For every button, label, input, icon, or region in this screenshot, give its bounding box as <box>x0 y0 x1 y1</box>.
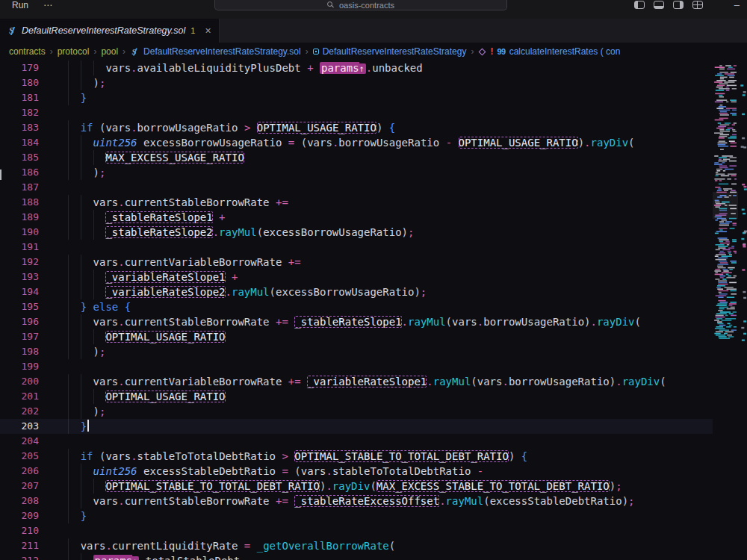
code-line[interactable]: 207OPTIMAL_STABLE_TO_TOTAL_DEBT_RATIO).r… <box>0 479 713 494</box>
code-line-text[interactable]: if (vars.stableToTotalDebtRatio > OPTIMA… <box>48 449 713 464</box>
code-line[interactable]: 200vars.currentVariableBorrowRate += _va… <box>0 374 713 389</box>
code-line-text[interactable]: vars.currentVariableBorrowRate += _varia… <box>48 374 713 389</box>
breadcrumb-item-method[interactable]: calculateInterestRates ( con <box>509 46 621 57</box>
line-number[interactable]: 183 <box>0 120 48 135</box>
code-line[interactable]: 192vars.currentVariableBorrowRate += <box>0 255 713 270</box>
code-line[interactable]: 195} else { <box>0 299 713 314</box>
line-number[interactable]: 199 <box>0 359 48 374</box>
code-line[interactable]: 197OPTIMAL_USAGE_RATIO <box>0 329 713 344</box>
code-line[interactable]: 209} <box>0 508 713 523</box>
code-line-text[interactable]: _variableRateSlope2.rayMul(excessBorrowU… <box>48 284 713 299</box>
toggle-sidebar-icon[interactable] <box>634 1 645 9</box>
close-tab-icon[interactable]: × <box>205 25 211 36</box>
code-line-text[interactable]: vars.currentStableBorrowRate += _stableR… <box>48 494 713 508</box>
line-number[interactable]: 202 <box>0 404 48 419</box>
line-number[interactable]: 209 <box>0 508 48 523</box>
line-number[interactable]: 208 <box>0 494 48 508</box>
code-line[interactable]: 198); <box>0 344 713 359</box>
code-line[interactable]: 199 <box>0 359 713 374</box>
code-line-text[interactable]: OPTIMAL_STABLE_TO_TOTAL_DEBT_RATIO).rayD… <box>48 479 713 494</box>
breadcrumb-item-protocol[interactable]: protocol <box>58 46 90 57</box>
code-line-text[interactable]: ); <box>48 404 713 419</box>
line-number[interactable]: 188 <box>0 195 48 210</box>
line-number[interactable]: 210 <box>0 523 48 538</box>
code-line[interactable]: 205if (vars.stableToTotalDebtRatio > OPT… <box>0 449 713 464</box>
line-number[interactable]: 179 <box>0 60 48 75</box>
line-number[interactable]: 194 <box>0 284 48 299</box>
code-line[interactable]: 194_variableRateSlope2.rayMul(excessBorr… <box>0 284 713 299</box>
code-line-text[interactable]: _stableRateSlope2.rayMul(excessBorrowUsa… <box>48 225 713 240</box>
code-line-text[interactable]: if (vars.borrowUsageRatio > OPTIMAL_USAG… <box>48 120 713 135</box>
code-line-text[interactable]: OPTIMAL_USAGE_RATIO <box>48 389 713 404</box>
code-line-text[interactable] <box>48 523 713 538</box>
toggle-panel-icon[interactable] <box>654 1 664 9</box>
code-line[interactable]: 201OPTIMAL_USAGE_RATIO <box>0 389 713 404</box>
code-line[interactable]: 188vars.currentStableBorrowRate += <box>0 195 713 210</box>
line-number[interactable]: 182 <box>0 105 48 120</box>
line-number[interactable]: 190 <box>0 225 48 240</box>
code-line[interactable]: 187 <box>0 180 713 195</box>
line-number[interactable]: 206 <box>0 464 48 479</box>
code-line-text[interactable]: ); <box>48 75 713 90</box>
code-line-text[interactable]: } <box>48 508 713 523</box>
code-line-text[interactable]: ); <box>48 165 713 180</box>
code-line[interactable]: 203} <box>0 419 713 434</box>
code-line-text[interactable]: _stableRateSlope1 + <box>48 210 713 225</box>
code-line-text[interactable]: _variableRateSlope1 + <box>48 270 713 284</box>
code-line[interactable]: 206uint256 excessStableDebtRatio = (vars… <box>0 464 713 479</box>
breadcrumb-item-contracts[interactable]: contracts <box>9 46 46 57</box>
code-line-text[interactable]: uint256 excessBorrowUsageRatio = (vars.b… <box>48 135 713 150</box>
code-line[interactable]: 210 <box>0 523 713 538</box>
code-line-text[interactable]: vars.availableLiquidityPlusDebt + params… <box>48 60 713 75</box>
line-number[interactable]: 189 <box>0 210 48 225</box>
line-number[interactable]: 181 <box>0 90 48 105</box>
line-number[interactable]: 200 <box>0 374 48 389</box>
code-line-text[interactable]: vars.currentStableBorrowRate += <box>48 195 713 210</box>
line-number[interactable]: 180 <box>0 75 48 90</box>
code-line[interactable]: 183if (vars.borrowUsageRatio > OPTIMAL_U… <box>0 120 713 135</box>
code-line[interactable]: 179vars.availableLiquidityPlusDebt + par… <box>0 60 713 75</box>
code-line-text[interactable]: } <box>48 419 713 434</box>
code-line-text[interactable]: MAX_EXCESS_USAGE_RATIO <box>48 150 713 165</box>
code-line[interactable]: 189_stableRateSlope1 + <box>0 210 713 225</box>
code-line[interactable]: 196vars.currentStableBorrowRate += _stab… <box>0 314 713 329</box>
line-number[interactable]: 192 <box>0 255 48 270</box>
line-number[interactable]: 197 <box>0 329 48 344</box>
minimap[interactable] <box>713 60 747 560</box>
code-line[interactable]: 185MAX_EXCESS_USAGE_RATIO <box>0 150 713 165</box>
code-line[interactable]: 204 <box>0 434 713 449</box>
line-number[interactable]: 196 <box>0 314 48 329</box>
code-line-text[interactable]: uint256 excessStableDebtRatio = (vars.st… <box>48 464 713 479</box>
line-number[interactable]: 184 <box>0 135 48 150</box>
line-number[interactable]: 193 <box>0 270 48 284</box>
code-line[interactable]: 202); <box>0 404 713 419</box>
code-line-text[interactable]: OPTIMAL_USAGE_RATIO <box>48 329 713 344</box>
line-number[interactable]: 203 <box>0 419 48 434</box>
code-line-text[interactable]: params↑.totalStableDebt, <box>48 553 713 560</box>
code-line[interactable]: 208vars.currentStableBorrowRate += _stab… <box>0 494 713 508</box>
code-line[interactable]: 190_stableRateSlope2.rayMul(excessBorrow… <box>0 225 713 240</box>
line-number[interactable]: 211 <box>0 538 48 553</box>
code-editor[interactable]: 179vars.availableLiquidityPlusDebt + par… <box>0 60 747 560</box>
command-center-search[interactable]: oasis-contracts <box>214 0 507 10</box>
code-line[interactable]: 212params↑.totalStableDebt, <box>0 553 713 560</box>
tab-defaultreserveinterestratestrategy[interactable]: S DefaultReserveInterestRateStrategy.sol… <box>0 19 220 43</box>
breadcrumb-item-class[interactable]: DefaultReserveInterestRateStrategy <box>323 46 467 57</box>
code-line-text[interactable]: ); <box>48 344 713 359</box>
customize-layout-icon[interactable] <box>692 1 703 9</box>
line-number[interactable]: 204 <box>0 434 48 449</box>
code-line[interactable]: 211vars.currentLiquidityRate = _getOvera… <box>0 538 713 553</box>
breadcrumb-item-file[interactable]: DefaultReserveInterestRateStrategy.sol <box>143 46 301 57</box>
code-line[interactable]: 193_variableRateSlope1 + <box>0 270 713 284</box>
line-number[interactable]: 195 <box>0 299 48 314</box>
code-line[interactable]: 186); <box>0 165 713 180</box>
line-number[interactable]: 187 <box>0 180 48 195</box>
line-number[interactable]: 191 <box>0 240 48 255</box>
menu-more-icon[interactable]: ⋯ <box>43 0 52 11</box>
menu-run[interactable]: Run <box>12 0 28 11</box>
code-area[interactable]: 179vars.availableLiquidityPlusDebt + par… <box>0 60 713 560</box>
line-number[interactable]: 185 <box>0 150 48 165</box>
code-line-text[interactable]: vars.currentLiquidityRate = _getOverallB… <box>48 538 713 553</box>
code-line[interactable]: 181} <box>0 90 713 105</box>
line-number[interactable]: 207 <box>0 479 48 494</box>
